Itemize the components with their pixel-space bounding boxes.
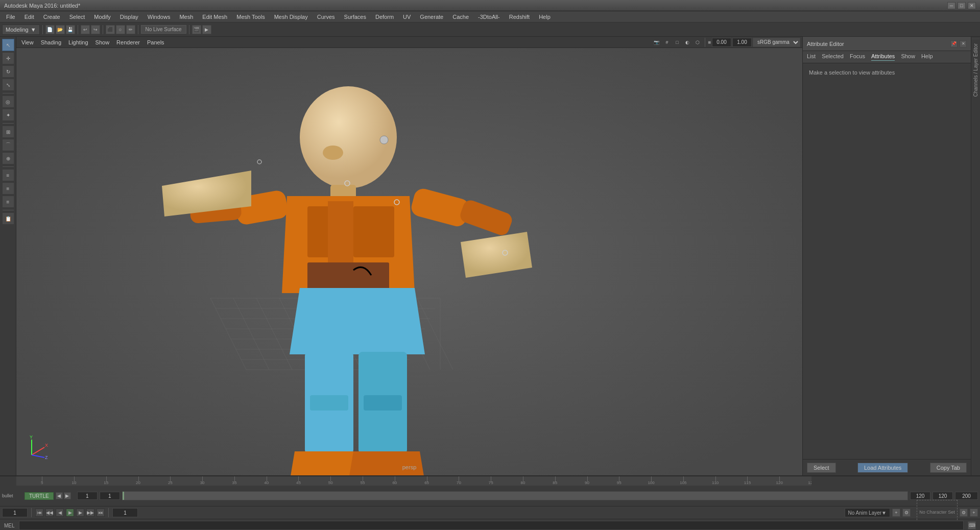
viewport-3d[interactable]: persp X Y Z [16, 48, 802, 475]
sculpt-tool[interactable]: ✦ [2, 109, 14, 121]
menu-item-mesh-tools[interactable]: Mesh Tools [232, 13, 269, 21]
track-prev-icon[interactable]: ◀ [56, 492, 63, 499]
menu-item--3dtoall-[interactable]: -3DtoAll- [474, 13, 504, 21]
menu-item-mesh-display[interactable]: Mesh Display [270, 13, 312, 21]
wireframe-icon[interactable]: □ [673, 38, 682, 47]
track-next-icon[interactable]: ▶ [64, 492, 71, 499]
open-file-icon[interactable]: 📂 [56, 25, 65, 34]
grid-icon[interactable]: # [662, 38, 672, 47]
new-file-icon[interactable]: 📄 [45, 25, 55, 34]
menu-item-help[interactable]: Help [535, 13, 555, 21]
mode-dropdown[interactable]: Modeling ▼ [2, 25, 40, 35]
maximize-button[interactable]: □ [958, 2, 966, 9]
attr-tab-attributes[interactable]: Attributes [871, 53, 895, 61]
attr-tab-show[interactable]: Show [901, 53, 915, 61]
menu-item-display[interactable]: Display [116, 13, 142, 21]
anim-prev-key-button[interactable]: ◀◀ [45, 509, 54, 517]
undo-icon[interactable]: ↩ [81, 25, 90, 34]
texture-icon[interactable]: ⬡ [693, 38, 702, 47]
redo-icon[interactable]: ↪ [91, 25, 100, 34]
scale-tool[interactable]: ⤡ [2, 79, 14, 91]
display-layer-icon[interactable]: ≡ [2, 169, 14, 181]
attr-tab-focus[interactable]: Focus [850, 53, 865, 61]
move-tool[interactable]: ✛ [2, 52, 14, 64]
frame-end-2[interactable] [933, 492, 953, 500]
soft-select-tool[interactable]: ◎ [2, 95, 14, 108]
close-button[interactable]: ✕ [968, 2, 976, 9]
frame-display-2[interactable] [100, 492, 120, 500]
menu-item-generate[interactable]: Generate [416, 13, 447, 21]
script-icon[interactable]: ⌨ [968, 521, 976, 529]
copy-tab-button[interactable]: Copy Tab [930, 463, 967, 473]
menu-item-surfaces[interactable]: Surfaces [340, 13, 370, 21]
menu-item-mesh[interactable]: Mesh [175, 13, 197, 21]
snap-grid-icon[interactable]: ⊞ [2, 126, 14, 138]
attr-pin-icon[interactable]: 📌 [950, 40, 958, 47]
turtle-tab[interactable]: TURTLE [25, 492, 54, 500]
timeline-trackbar[interactable] [122, 491, 908, 500]
anim-prev-frame-button[interactable]: ◀ [56, 509, 64, 517]
panels-menu[interactable]: Panels [144, 38, 168, 46]
timeline-ruler[interactable]: 5101520253035404550556065707580859095100… [16, 476, 811, 486]
anim-play-button[interactable]: ▶ [66, 509, 74, 517]
menu-item-modify[interactable]: Modify [90, 13, 114, 21]
load-attributes-button[interactable]: Load Attributes [857, 463, 908, 473]
anim-layer-options-icon[interactable]: ⚙ [902, 509, 911, 517]
attr-tab-selected[interactable]: Selected [822, 53, 844, 61]
frame-total[interactable] [955, 492, 978, 500]
current-frame-input[interactable] [2, 508, 28, 517]
menu-item-edit[interactable]: Edit [20, 13, 38, 21]
attr-tab-help[interactable]: Help [921, 53, 933, 61]
select-tool[interactable]: ↖ [2, 39, 14, 51]
frame-end-1[interactable] [910, 492, 930, 500]
attr-close-icon[interactable]: ✕ [960, 40, 967, 47]
save-file-icon[interactable]: 💾 [66, 25, 75, 34]
anim-layer-dropdown[interactable]: No Anim Layer ▼ [845, 508, 891, 517]
anim-layer-icon[interactable]: ≡ [2, 196, 14, 208]
menu-item-create[interactable]: Create [39, 13, 64, 21]
outliner-icon[interactable]: 📋 [2, 212, 14, 225]
menu-item-edit-mesh[interactable]: Edit Mesh [198, 13, 231, 21]
render-icon[interactable]: 🎬 [192, 25, 201, 34]
menu-item-curves[interactable]: Curves [313, 13, 339, 21]
anim-first-frame-button[interactable]: ⏮ [35, 509, 43, 517]
lighting-menu[interactable]: Lighting [65, 38, 91, 46]
select-button[interactable]: Select [807, 463, 836, 473]
lasso-icon[interactable]: ○ [116, 25, 125, 34]
snap-point-icon[interactable]: ⊕ [2, 152, 14, 164]
frame-display-1[interactable] [77, 492, 98, 500]
anim-next-frame-button[interactable]: ▶ [76, 509, 84, 517]
view-menu[interactable]: View [18, 38, 37, 46]
playblast-icon[interactable]: ▶ [202, 25, 211, 34]
renderer-menu[interactable]: Renderer [113, 38, 143, 46]
gamma-val1[interactable] [712, 38, 731, 47]
attr-tab-list[interactable]: List [807, 53, 816, 61]
minimize-button[interactable]: ─ [947, 2, 955, 9]
char-set-add-icon[interactable]: + [970, 509, 978, 517]
show-menu[interactable]: Show [92, 38, 113, 46]
menu-item-select[interactable]: Select [65, 13, 89, 21]
snap-curve-icon[interactable]: ⌒ [2, 139, 14, 151]
anim-goto-frame[interactable] [112, 508, 138, 517]
shading-menu[interactable]: Shading [38, 38, 64, 46]
gamma-select[interactable]: sRGB gamma [753, 38, 800, 47]
gamma-val2[interactable] [732, 38, 752, 47]
vertical-tab-channels[interactable]: Channels / Layer Editor [972, 39, 979, 101]
render-layer-icon[interactable]: ≡ [2, 182, 14, 195]
anim-next-key-button[interactable]: ▶▶ [86, 509, 94, 517]
menu-item-redshift[interactable]: Redshift [505, 13, 534, 21]
mel-input[interactable] [19, 521, 964, 530]
menu-item-uv[interactable]: UV [399, 13, 415, 21]
menu-item-deform[interactable]: Deform [371, 13, 398, 21]
rotate-tool[interactable]: ↻ [2, 65, 14, 78]
camera-icon[interactable]: 📷 [652, 38, 661, 47]
paint-icon[interactable]: ✏ [126, 25, 135, 34]
anim-last-frame-button[interactable]: ⏭ [97, 509, 105, 517]
char-set-options-icon[interactable]: ⚙ [960, 509, 968, 517]
menu-item-file[interactable]: File [2, 13, 19, 21]
smooth-icon[interactable]: ◐ [683, 38, 692, 47]
select-icon[interactable]: ⬛ [106, 25, 115, 34]
menu-item-windows[interactable]: Windows [144, 13, 175, 21]
live-surface-button[interactable]: No Live Surface [141, 25, 186, 34]
anim-layer-add-icon[interactable]: + [892, 509, 900, 517]
